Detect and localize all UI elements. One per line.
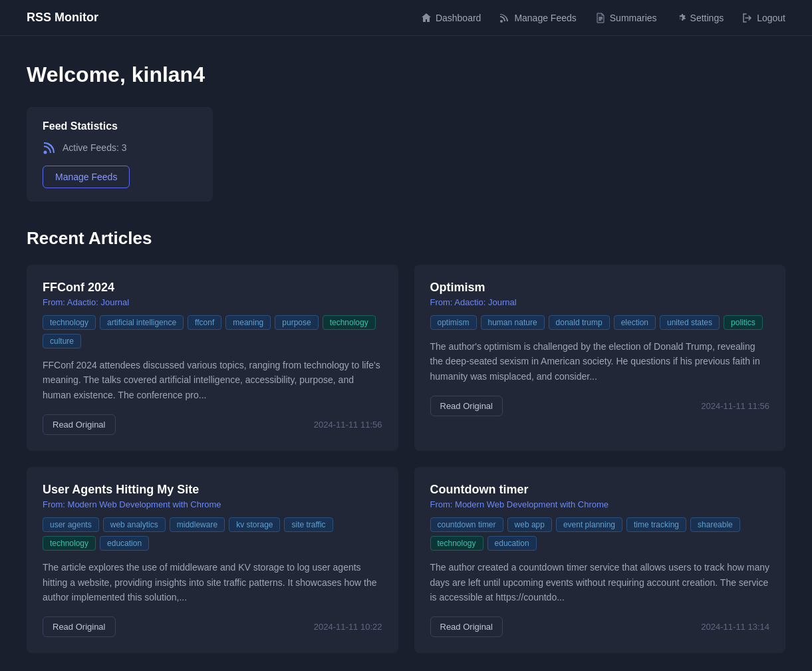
tag: united states — [660, 315, 720, 330]
tags-container: user agents web analytics middleware kv … — [43, 517, 382, 551]
article-card-ffconf-2024: FFConf 2024 From: Adactio: Journal techn… — [27, 265, 398, 451]
article-summary: FFConf 2024 attendees discussed various … — [43, 358, 382, 402]
articles-grid: FFConf 2024 From: Adactio: Journal techn… — [27, 265, 785, 653]
svg-rect-3 — [599, 20, 601, 21]
nav-manage-feeds[interactable]: Manage Feeds — [499, 13, 576, 23]
main-content: Welcome, kinlan4 Feed Statistics Active … — [0, 36, 812, 671]
article-title: Countdown timer — [430, 483, 770, 497]
nav-summaries[interactable]: Summaries — [595, 13, 657, 23]
tag: time tracking — [626, 517, 686, 532]
article-date: 2024-11-11 10:22 — [314, 622, 382, 632]
feed-stats-title: Feed Statistics — [43, 120, 197, 132]
article-summary: The author created a countdown timer ser… — [430, 560, 770, 604]
brand-logo: RSS Monitor — [27, 11, 98, 25]
article-summary: The article explores the use of middlewa… — [43, 560, 382, 604]
svg-rect-1 — [599, 17, 603, 18]
article-footer: Read Original 2024-11-11 11:56 — [430, 396, 770, 416]
article-footer: Read Original 2024-11-11 10:22 — [43, 616, 382, 637]
tag: culture — [43, 334, 81, 348]
nav-logout[interactable]: Logout — [742, 13, 785, 23]
tag: optimism — [430, 315, 477, 330]
rss-nav-icon — [499, 13, 510, 23]
nav-settings[interactable]: Settings — [676, 13, 724, 23]
nav-dashboard[interactable]: Dashboard — [421, 13, 481, 23]
tag: technology — [430, 536, 483, 551]
tag: kv storage — [229, 517, 280, 532]
read-original-button[interactable]: Read Original — [430, 616, 503, 637]
tag: politics — [724, 315, 763, 330]
article-source: From: Modern Web Development with Chrome — [43, 499, 382, 509]
rss-icon-large — [43, 140, 57, 155]
read-original-button[interactable]: Read Original — [43, 616, 116, 637]
svg-point-4 — [44, 151, 47, 154]
article-source: From: Adactio: Journal — [430, 297, 770, 307]
article-source: From: Modern Web Development with Chrome — [430, 499, 770, 509]
read-original-button[interactable]: Read Original — [43, 414, 116, 435]
svg-rect-2 — [599, 19, 603, 19]
tag: election — [614, 315, 656, 330]
article-date: 2024-11-11 11:56 — [314, 420, 382, 430]
article-footer: Read Original 2024-11-11 13:14 — [430, 616, 770, 637]
active-feeds-text: Active Feeds: 3 — [63, 142, 127, 153]
tag: technology — [323, 315, 376, 330]
article-date: 2024-11-11 13:14 — [701, 622, 769, 632]
tags-container: technology artificial intelligence ffcon… — [43, 315, 382, 348]
tags-container: countdown timer web app event planning t… — [430, 517, 770, 551]
nav-links: Dashboard Manage Feeds Summaries — [421, 13, 785, 23]
tag: artificial intelligence — [100, 315, 184, 330]
svg-point-0 — [500, 20, 503, 23]
tag: education — [100, 536, 149, 551]
gear-icon — [676, 13, 686, 23]
tag: human nature — [481, 315, 545, 330]
article-card-user-agents: User Agents Hitting My Site From: Modern… — [27, 467, 398, 653]
tag: technology — [43, 315, 96, 330]
read-original-button[interactable]: Read Original — [430, 396, 503, 416]
recent-articles-title: Recent Articles — [27, 228, 785, 249]
article-card-optimism: Optimism From: Adactio: Journal optimism… — [414, 265, 786, 451]
article-title: User Agents Hitting My Site — [43, 483, 382, 497]
home-icon — [421, 13, 432, 23]
tag: education — [487, 536, 537, 551]
tag: site traffic — [284, 517, 333, 532]
article-summary: The author's optimism is challenged by t… — [430, 339, 770, 384]
navbar: RSS Monitor Dashboard Manage Feeds — [0, 0, 812, 36]
tag: technology — [43, 536, 96, 551]
tag: shareable — [690, 517, 740, 532]
doc-icon — [595, 13, 606, 23]
feed-stats-card: Feed Statistics Active Feeds: 3 Manage F… — [27, 107, 213, 201]
article-footer: Read Original 2024-11-11 11:56 — [43, 414, 382, 435]
tag: purpose — [275, 315, 318, 330]
welcome-title: Welcome, kinlan4 — [27, 63, 785, 87]
logout-icon — [742, 13, 753, 23]
tag: countdown timer — [430, 517, 503, 532]
active-feeds-row: Active Feeds: 3 — [43, 140, 197, 155]
tag: donald trump — [549, 315, 610, 330]
tag: user agents — [43, 517, 99, 532]
tags-container: optimism human nature donald trump elect… — [430, 315, 770, 330]
manage-feeds-button[interactable]: Manage Feeds — [43, 166, 130, 188]
article-title: FFConf 2024 — [43, 281, 382, 295]
tag: web app — [507, 517, 552, 532]
tag: meaning — [225, 315, 271, 330]
article-date: 2024-11-11 11:56 — [701, 401, 769, 411]
article-source: From: Adactio: Journal — [43, 297, 382, 307]
tag: event planning — [556, 517, 622, 532]
article-title: Optimism — [430, 281, 770, 295]
tag: web analytics — [103, 517, 166, 532]
article-card-countdown-timer: Countdown timer From: Modern Web Develop… — [414, 467, 786, 653]
tag: ffconf — [188, 315, 221, 330]
tag: middleware — [170, 517, 225, 532]
